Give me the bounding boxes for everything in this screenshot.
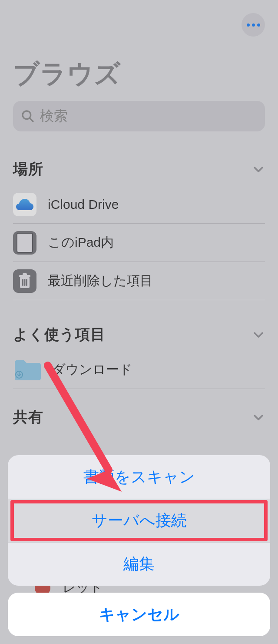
dot-icon bbox=[247, 23, 250, 27]
trash-icon bbox=[13, 269, 36, 293]
location-row-ipad[interactable]: このiPad内 bbox=[13, 224, 265, 262]
location-row-icloud[interactable]: iCloud Drive bbox=[13, 185, 265, 224]
row-label: ダウンロード bbox=[52, 361, 132, 379]
section-title: 共有 bbox=[13, 407, 43, 427]
favorite-row-downloads[interactable]: ダウンロード bbox=[13, 351, 265, 389]
section-title: 場所 bbox=[13, 159, 43, 179]
search-placeholder: 検索 bbox=[40, 107, 68, 126]
svg-rect-4 bbox=[23, 273, 27, 275]
sheet-option-label: 書類をスキャン bbox=[83, 466, 195, 488]
sheet-option-edit[interactable]: 編集 bbox=[8, 542, 270, 586]
more-button[interactable] bbox=[242, 13, 265, 37]
svg-rect-7 bbox=[26, 279, 27, 286]
svg-rect-5 bbox=[22, 279, 23, 286]
sheet-cancel-label: キャンセル bbox=[99, 604, 179, 625]
chevron-down-icon bbox=[252, 411, 265, 424]
sheet-option-connect-server[interactable]: サーバへ接続 bbox=[8, 499, 270, 542]
section-title: よく使う項目 bbox=[13, 325, 106, 345]
ipad-icon bbox=[13, 231, 36, 255]
chevron-down-icon bbox=[252, 328, 265, 341]
section-header-locations[interactable]: 場所 bbox=[13, 157, 265, 185]
sheet-option-scan-documents[interactable]: 書類をスキャン bbox=[8, 455, 270, 499]
page-title: ブラウズ bbox=[13, 57, 121, 92]
search-icon bbox=[21, 109, 35, 123]
row-label: このiPad内 bbox=[48, 234, 114, 252]
chevron-down-icon bbox=[252, 163, 265, 176]
action-sheet: 書類をスキャン サーバへ接続 編集 キャンセル bbox=[8, 455, 270, 636]
row-label: 最近削除した項目 bbox=[48, 272, 153, 290]
icloud-icon bbox=[13, 193, 36, 216]
section-header-favorites[interactable]: よく使う項目 bbox=[13, 322, 265, 351]
svg-rect-6 bbox=[24, 279, 26, 286]
section-header-shared[interactable]: 共有 bbox=[13, 405, 265, 433]
svg-line-1 bbox=[30, 118, 33, 121]
sheet-option-label: 編集 bbox=[123, 553, 155, 575]
search-input[interactable]: 検索 bbox=[13, 101, 265, 131]
dot-icon bbox=[257, 23, 260, 27]
row-label: iCloud Drive bbox=[48, 197, 119, 212]
dot-icon bbox=[252, 23, 255, 27]
sheet-option-label: サーバへ接続 bbox=[92, 510, 187, 531]
location-row-recently-deleted[interactable]: 最近削除した項目 bbox=[13, 262, 265, 300]
sheet-cancel-button[interactable]: キャンセル bbox=[8, 593, 270, 636]
downloads-folder-icon bbox=[13, 359, 41, 381]
